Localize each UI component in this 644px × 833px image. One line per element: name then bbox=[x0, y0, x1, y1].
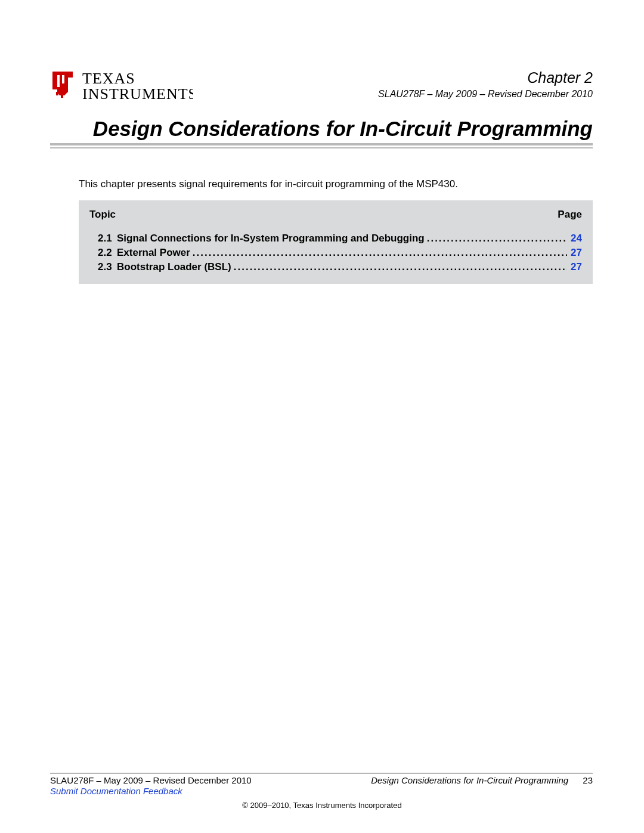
toc-number: 2.2 bbox=[89, 247, 117, 259]
toc-row: 2.3 Bootstrap Loader (BSL) .............… bbox=[89, 261, 582, 273]
intro-paragraph: This chapter presents signal requirement… bbox=[79, 178, 593, 190]
page: TEXAS INSTRUMENTS Chapter 2 SLAU278F – M… bbox=[0, 0, 644, 833]
footer-feedback-link[interactable]: Submit Documentation Feedback bbox=[50, 786, 182, 796]
svg-rect-1 bbox=[62, 75, 64, 83]
footer-rule bbox=[50, 773, 593, 773]
svg-rect-2 bbox=[56, 92, 58, 95]
footer-doc-info: SLAU278F – May 2009 – Revised December 2… bbox=[50, 775, 252, 785]
toc-number: 2.3 bbox=[89, 261, 117, 273]
toc-header-row: Topic Page bbox=[89, 209, 582, 221]
toc-page-link[interactable]: 27 bbox=[567, 247, 582, 259]
toc-box: Topic Page 2.1 Signal Connections for In… bbox=[79, 200, 593, 284]
footer-chapter-title: Design Considerations for In-Circuit Pro… bbox=[371, 775, 568, 785]
toc-title: Bootstrap Loader (BSL) bbox=[117, 261, 234, 273]
footer-row-1: SLAU278F – May 2009 – Revised December 2… bbox=[50, 775, 593, 785]
chapter-label: Chapter 2 bbox=[378, 69, 593, 86]
toc-page-link[interactable]: 24 bbox=[567, 233, 582, 244]
title-separator bbox=[50, 143, 593, 150]
toc-title: External Power bbox=[117, 247, 193, 259]
svg-rect-3 bbox=[61, 94, 63, 98]
chapter-header-block: Chapter 2 SLAU278F – May 2009 – Revised … bbox=[378, 69, 593, 100]
toc-header-page: Page bbox=[558, 209, 582, 221]
logo-text-top: TEXAS bbox=[82, 70, 135, 87]
toc-dots: ........................................… bbox=[193, 247, 567, 259]
logo-text-bottom: INSTRUMENTS bbox=[82, 85, 193, 103]
footer-right: Design Considerations for In-Circuit Pro… bbox=[371, 775, 593, 785]
ti-logo: TEXAS INSTRUMENTS bbox=[50, 66, 193, 111]
doc-info-header: SLAU278F – May 2009 – Revised December 2… bbox=[378, 89, 593, 100]
ti-chip-icon bbox=[52, 72, 73, 98]
toc-number: 2.1 bbox=[89, 233, 117, 244]
page-title: Design Considerations for In-Circuit Pro… bbox=[93, 117, 593, 141]
footer-copyright: © 2009–2010, Texas Instruments Incorpora… bbox=[0, 801, 644, 810]
toc-dots: ........................................… bbox=[427, 233, 567, 244]
footer-page-number: 23 bbox=[583, 775, 593, 785]
toc-row: 2.2 External Power .....................… bbox=[89, 247, 582, 259]
toc-title: Signal Connections for In-System Program… bbox=[117, 233, 427, 244]
svg-rect-0 bbox=[57, 75, 60, 87]
toc-header-topic: Topic bbox=[89, 209, 116, 221]
toc-page-link[interactable]: 27 bbox=[567, 261, 582, 273]
toc-dots: ........................................… bbox=[234, 261, 567, 273]
toc-row: 2.1 Signal Connections for In-System Pro… bbox=[89, 233, 582, 244]
